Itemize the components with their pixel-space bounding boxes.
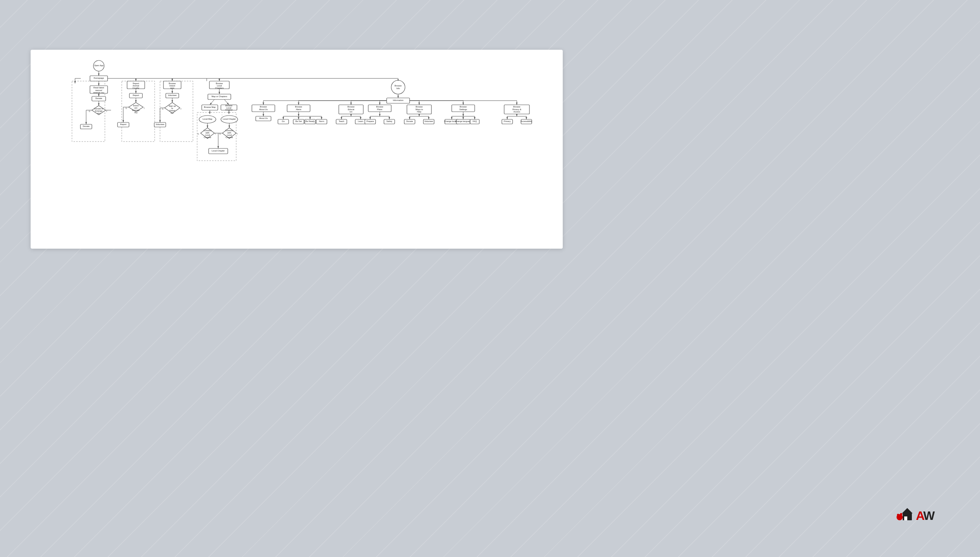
svg-text:Go: Go xyxy=(282,120,284,122)
svg-text:Browse: Browse xyxy=(460,106,467,108)
svg-text:Donate: Donate xyxy=(83,125,90,127)
svg-text:→: → xyxy=(199,114,201,116)
flowchart-container: .node-circle { fill: white; stroke: #555… xyxy=(31,50,563,249)
svg-text:→: → xyxy=(221,114,223,116)
svg-text:Settings: Settings xyxy=(459,108,467,111)
svg-text:Donate: Donate xyxy=(95,97,102,99)
svg-text:Accessibility: Accessibility xyxy=(521,120,532,122)
svg-text:Read latest: Read latest xyxy=(93,86,104,89)
svg-line-85 xyxy=(224,99,229,105)
svg-text:Privacy: Privacy xyxy=(504,120,511,122)
svg-text:Browse: Browse xyxy=(295,106,302,108)
svg-text:Browse Map: Browse Map xyxy=(204,106,216,108)
svg-text:Browse: Browse xyxy=(260,106,267,108)
svg-text:Donate: Donate xyxy=(406,120,413,122)
svg-text:Homepage: Homepage xyxy=(94,77,104,79)
svg-text:Local Chapter: Local Chapter xyxy=(212,150,225,152)
svg-line-84 xyxy=(210,99,214,105)
svg-text:ncy: ncy xyxy=(134,111,138,114)
svg-text:Be Ready: Be Ready xyxy=(305,120,315,122)
svg-text:Help: Help xyxy=(417,111,421,113)
svg-text:Local Chapter: Local Chapter xyxy=(223,118,236,120)
svg-text:Report: Report xyxy=(133,94,139,96)
svg-text:About Us: About Us xyxy=(259,117,268,119)
svg-text:Access: Access xyxy=(513,111,520,113)
svg-text:Volunteer: Volunteer xyxy=(168,94,176,96)
logo-text: AW xyxy=(916,509,934,523)
svg-text:Browse: Browse xyxy=(376,106,383,108)
svg-text:ion: ion xyxy=(350,111,352,113)
flowchart-card: .node-circle { fill: white; stroke: #555… xyxy=(31,50,563,249)
svg-text:Volunteer: Volunteer xyxy=(155,123,164,125)
svg-text:Browse: Browse xyxy=(416,106,423,108)
svg-text:ncy: ncy xyxy=(97,112,101,114)
svg-rect-231 xyxy=(904,516,907,520)
svg-text:About Us: About Us xyxy=(259,108,268,111)
svg-text:Browse: Browse xyxy=(348,106,354,108)
svg-text:Information: Information xyxy=(393,99,403,101)
svg-text:Change language: Change language xyxy=(455,120,471,122)
logo-area: AW xyxy=(895,505,934,526)
svg-text:Y: Y xyxy=(180,108,182,110)
svg-text:Teach: Teach xyxy=(339,120,345,122)
svg-point-233 xyxy=(897,514,899,516)
logo-letter-a: A xyxy=(916,509,923,523)
svg-text:N: N xyxy=(89,110,90,112)
svg-text:Learn: Learn xyxy=(358,120,363,122)
svg-text:N: N xyxy=(198,133,199,135)
svg-text:Report: Report xyxy=(120,123,127,125)
svg-rect-52 xyxy=(160,81,193,142)
svg-text:Prepare: Prepare xyxy=(366,120,374,122)
flowchart-svg: .node-circle { fill: white; stroke: #555… xyxy=(31,50,563,249)
svg-text:Browse: Browse xyxy=(513,106,520,108)
svg-text:Safety: Safety xyxy=(386,120,392,122)
svg-text:Y: Y xyxy=(144,107,145,109)
svg-text:Plans: Plans xyxy=(377,108,382,111)
svg-text:FAQ: FAQ xyxy=(472,120,477,122)
svg-text:N: N xyxy=(126,107,127,109)
svg-text:Chapter: Chapter xyxy=(225,136,233,138)
svg-text:Info: Info xyxy=(396,87,400,90)
svg-point-234 xyxy=(900,513,902,515)
svg-text:Be Set: Be Set xyxy=(296,120,302,122)
svg-text:Browse: Browse xyxy=(395,85,402,87)
svg-text:N: N xyxy=(162,108,163,110)
svg-text:Y: Y xyxy=(106,110,108,112)
svg-text:Open App: Open App xyxy=(94,64,103,67)
logo-icon xyxy=(895,505,915,525)
svg-text:Norm: Norm xyxy=(319,120,324,122)
svg-text:eer: eer xyxy=(171,112,174,114)
svg-text:Y: Y xyxy=(237,133,238,135)
svg-text:Local Map: Local Map xyxy=(203,118,212,120)
svg-text:Volunteer: Volunteer xyxy=(424,120,433,122)
svg-text:Map or Chapters: Map or Chapters xyxy=(212,95,227,98)
logo-letter-w: W xyxy=(923,509,934,523)
svg-text:Alerts: Alerts xyxy=(296,108,301,111)
svg-marker-230 xyxy=(902,508,913,513)
svg-text:Chapter: Chapter xyxy=(204,136,211,138)
